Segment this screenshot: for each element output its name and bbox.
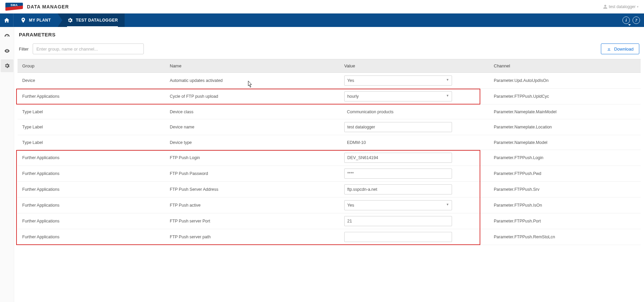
gear-icon <box>4 63 10 69</box>
cell-value: hourly <box>342 89 491 104</box>
table-row: Further ApplicationsFTP Push PasswordPar… <box>18 166 641 182</box>
cell-name: Cycle of FTP push upload <box>167 89 342 104</box>
cell-value <box>342 229 491 245</box>
table-row: Further ApplicationsFTP Push server Port… <box>18 213 641 229</box>
cell-channel: Parameter.FTPPush.UpldCyc <box>491 89 641 104</box>
cell-group: Further Applications <box>18 182 167 198</box>
table-row: Further ApplicationsFTP Push server path… <box>18 229 641 245</box>
cell-channel: Parameter.Nameplate.Location <box>491 119 641 135</box>
cell-name: FTP Push server path <box>167 229 342 245</box>
pin-icon <box>20 17 26 23</box>
device-gear-icon <box>67 17 73 23</box>
value-input[interactable] <box>344 184 452 194</box>
home-icon <box>4 17 10 23</box>
side-nav-monitor[interactable] <box>1 44 13 57</box>
app-title: DATA MANAGER <box>27 4 69 9</box>
value-input[interactable] <box>344 169 452 179</box>
value-input[interactable] <box>344 216 452 226</box>
cell-channel: Parameter.FTPPush.IsOn <box>491 198 641 213</box>
cell-channel: Parameter.FTPPush.RemStoLcn <box>491 229 641 245</box>
cell-group: Further Applications <box>18 166 167 182</box>
cell-name: Device type <box>167 135 342 150</box>
col-header-name[interactable]: Name <box>167 59 342 73</box>
parameters-table: Group Name Value Channel DeviceAutomatic… <box>18 59 641 245</box>
cell-name: FTP Push Password <box>167 166 342 182</box>
cell-name: Device class <box>167 104 342 119</box>
user-menu[interactable]: test datalogger ▾ <box>603 4 639 9</box>
table-row: Further ApplicationsFTP Push Server Addr… <box>18 182 641 198</box>
col-header-value[interactable]: Value <box>342 59 491 73</box>
cell-group: Device <box>18 73 167 89</box>
value-input[interactable] <box>344 153 452 163</box>
cell-group: Type Label <box>18 119 167 135</box>
side-nav-dashboard[interactable] <box>1 30 13 42</box>
table-row: Type LabelDevice nameParameter.Nameplate… <box>18 119 641 135</box>
table-row: Further ApplicationsFTP Push activeYesPa… <box>18 198 641 213</box>
side-nav-settings[interactable] <box>1 59 13 72</box>
table-row: DeviceAutomatic updates activatedYesPara… <box>18 73 641 89</box>
cell-name: Automatic updates activated <box>167 73 342 89</box>
cell-value: Yes <box>342 73 491 89</box>
cell-name: FTP Push Login <box>167 150 342 166</box>
value-static: EDMM-10 <box>344 140 488 145</box>
cell-value: Communication products <box>342 104 491 119</box>
value-static: Communication products <box>344 110 488 114</box>
cell-channel: Parameter.Upd.AutoUpdIsOn <box>491 73 641 89</box>
nav-home[interactable] <box>0 13 13 27</box>
cell-channel: Parameter.Nameplate.Model <box>491 135 641 150</box>
cell-channel: Parameter.FTPPush.Port <box>491 213 641 229</box>
cell-group: Further Applications <box>18 150 167 166</box>
table-row: Type LabelDevice typeEDMM-10Parameter.Na… <box>18 135 641 150</box>
nav-tab-device[interactable]: TEST DATALOGGER <box>58 13 125 27</box>
cell-group: Further Applications <box>18 198 167 213</box>
eye-icon <box>4 48 10 54</box>
cell-value: EDMM-10 <box>342 135 491 150</box>
col-header-group[interactable]: Group <box>18 59 167 73</box>
filter-input[interactable] <box>33 43 144 54</box>
info-icon[interactable]: i <box>622 17 630 24</box>
cell-group: Type Label <box>18 104 167 119</box>
value-input[interactable] <box>344 122 452 132</box>
cell-group: Further Applications <box>18 213 167 229</box>
value-select[interactable]: Yes <box>344 200 452 210</box>
help-icon[interactable]: ? <box>633 17 640 24</box>
cell-name: FTP Push server Port <box>167 213 342 229</box>
top-header: SMA DATA MANAGER test datalogger ▾ <box>0 0 644 13</box>
cell-channel: Parameter.FTPPush.Srv <box>491 182 641 198</box>
col-header-channel[interactable]: Channel <box>491 59 641 73</box>
user-icon <box>603 4 608 9</box>
page-title: PARAMETERS <box>18 32 641 37</box>
table-row: Further ApplicationsCycle of FTP push up… <box>18 89 641 104</box>
cell-group: Further Applications <box>18 229 167 245</box>
cell-name: FTP Push active <box>167 198 342 213</box>
chevron-down-icon: ▾ <box>637 5 639 8</box>
main-nav: MY PLANT TEST DATALOGGER i ? <box>0 13 644 27</box>
nav-tab-plant-label: MY PLANT <box>29 18 51 23</box>
table-row: Further ApplicationsFTP Push LoginParame… <box>18 150 641 166</box>
table-row: Type LabelDevice classCommunication prod… <box>18 104 641 119</box>
nav-tab-device-label: TEST DATALOGGER <box>76 18 118 23</box>
nav-tab-my-plant[interactable]: MY PLANT <box>13 13 58 27</box>
download-label: Download <box>614 47 634 52</box>
brand-logo: SMA <box>5 3 23 11</box>
cell-channel: Parameter.FTPPush.Pwd <box>491 166 641 182</box>
cell-value <box>342 213 491 229</box>
download-button[interactable]: Download <box>601 43 639 54</box>
cell-value <box>342 166 491 182</box>
value-select[interactable]: hourly <box>344 91 452 101</box>
download-icon <box>607 47 611 51</box>
cell-channel: Parameter.Nameplate.MainModel <box>491 104 641 119</box>
cell-group: Further Applications <box>18 89 167 104</box>
side-nav <box>0 27 14 302</box>
filter-label: Filter <box>19 47 29 52</box>
value-select[interactable]: Yes <box>344 76 452 86</box>
cell-value <box>342 119 491 135</box>
cell-value <box>342 182 491 198</box>
value-input[interactable] <box>344 232 452 242</box>
cell-channel: Parameter.FTPPush.Login <box>491 150 641 166</box>
user-label: test datalogger <box>609 4 636 9</box>
cell-name: FTP Push Server Address <box>167 182 342 198</box>
cell-value: Yes <box>342 198 491 213</box>
cell-name: Device name <box>167 119 342 135</box>
gauge-icon <box>4 33 10 39</box>
